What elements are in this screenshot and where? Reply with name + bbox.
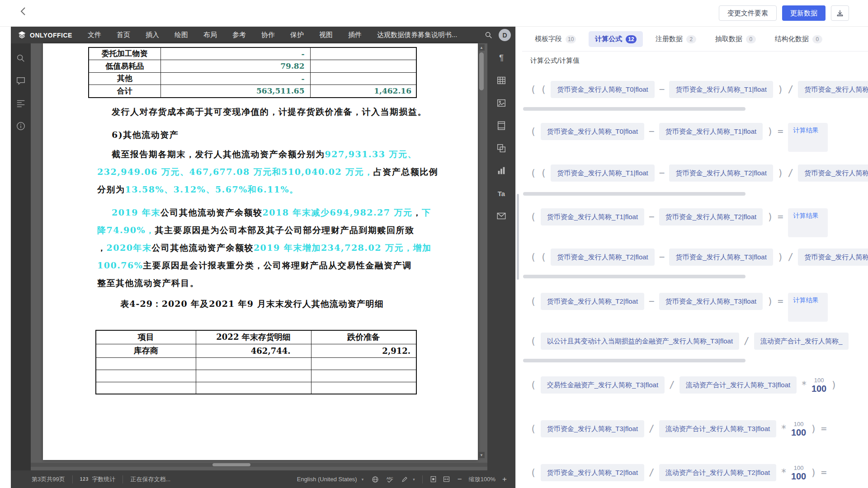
language-selector[interactable]: English (United States) ▾ — [297, 476, 363, 483]
menu-item-布局[interactable]: 布局 — [203, 31, 217, 39]
chart-settings-icon[interactable] — [496, 165, 507, 176]
formula-operator: ( — [541, 81, 547, 98]
fit-width-icon — [443, 476, 450, 483]
spellcheck-button[interactable]: ABC — [386, 476, 394, 483]
formula-row: (货币资金_发行人简称_T2|float−货币资金_发行人简称_T3|float… — [530, 293, 828, 322]
menu-item-协作[interactable]: 协作 — [261, 31, 275, 39]
paragraph-settings-icon[interactable]: ¶ — [496, 52, 507, 63]
word-count-button[interactable]: 123 字数统计 — [80, 475, 116, 483]
formula-field-chip[interactable]: 货币资金_发行人简称_T2|float — [798, 249, 868, 266]
document-text-line: ，2020年末公司其他流动资产余额较2019 年末增加234,728.02 万元… — [97, 239, 432, 256]
header-footer-settings-icon[interactable] — [496, 120, 507, 131]
horizontal-scroll-thumb[interactable] — [212, 463, 250, 466]
back-button[interactable] — [17, 6, 29, 19]
panel-scroll-thumb[interactable] — [517, 194, 519, 280]
menu-item-document-plugin-tab[interactable]: 达观数据债券募集说明书... — [377, 31, 458, 39]
menu-item-视图[interactable]: 视图 — [319, 31, 333, 39]
change-file-elements-button[interactable]: 变更文件要素 — [719, 5, 777, 21]
vertical-scroll-thumb[interactable] — [479, 52, 484, 90]
formula-field-chip[interactable]: 货币资金_发行人简称_T2|float — [551, 249, 654, 266]
formula-field-chip[interactable]: 货币资金_发行人简称_T2|float — [669, 164, 773, 182]
calculation-result-chip[interactable]: 计算结果 — [788, 293, 828, 322]
document-text-line: 2019 年末公司其他流动资产余额较2018 年末减少694,982.27 万元… — [112, 204, 431, 221]
track-changes-button[interactable]: ▾ — [401, 476, 415, 483]
scroll-up-arrow[interactable]: ▲ — [478, 44, 485, 51]
highlighted-text: 2020年末 — [107, 243, 152, 253]
formula-field-chip[interactable]: 货币资金_发行人简称_T1|float — [798, 164, 868, 182]
word-count-icon: 123 — [80, 477, 89, 482]
set-language-button[interactable] — [372, 476, 379, 483]
formula-field-chip[interactable]: 货币资金_发行人简称_T2|float — [541, 464, 644, 481]
horizontal-scrollbar[interactable] — [31, 463, 487, 467]
formula-row: (以公计且其变动计入当期损益的金融资产_发行人简称_T3|float/流动资产合… — [530, 333, 849, 350]
formula-field-chip[interactable]: 货币资金_发行人简称_T1|float — [659, 123, 763, 140]
formula-field-chip[interactable]: 货币资金_发行人简称_T0|float — [551, 81, 654, 98]
user-avatar[interactable]: D — [499, 29, 511, 41]
formula-row-scrollbar[interactable] — [523, 107, 745, 111]
column-header: 项目 — [96, 330, 196, 344]
formula-field-chip[interactable]: 流动资产合计_发行人简称_T2|float — [659, 464, 776, 481]
text-art-settings-icon[interactable]: Ta — [496, 188, 507, 199]
formula-operator: ) — [811, 464, 816, 481]
download-button[interactable] — [831, 5, 849, 21]
table-settings-icon[interactable] — [496, 75, 507, 86]
formula-field-chip[interactable]: 流动资产合计_发行人简称_T3|float — [659, 420, 776, 437]
menu-item-保护[interactable]: 保护 — [290, 31, 304, 39]
update-data-button[interactable]: 更新数据 — [782, 5, 826, 21]
navigation-icon[interactable] — [16, 99, 26, 108]
formula-field-chip[interactable]: 流动资产合计_发行人简称_T3|float — [679, 376, 797, 394]
constant-top: 100 — [794, 465, 804, 471]
formula-field-chip[interactable]: 货币资金_发行人简称_T2|float — [659, 208, 763, 225]
fit-width-button[interactable] — [443, 476, 450, 483]
formula-field-chip[interactable]: 货币资金_发行人简称_T1|float — [551, 164, 654, 182]
fit-page-button[interactable] — [430, 476, 437, 483]
formula-field-chip[interactable]: 货币资金_发行人简称_T3|float — [541, 420, 644, 437]
zoom-in-button[interactable]: + — [500, 475, 509, 484]
formula-row-scrollbar[interactable] — [523, 359, 745, 362]
formula-field-chip[interactable]: 交易性金融资产_发行人简称_T3|float — [541, 376, 665, 394]
calculation-result-chip[interactable]: 计算结果 — [788, 123, 828, 152]
formula-field-chip[interactable]: 货币资金_发行人简称_T0|float — [541, 123, 644, 140]
formula-field-chip[interactable]: 货币资金_发行人简称_T1|float — [541, 208, 644, 225]
zoom-level-label[interactable]: 缩放100% — [469, 475, 495, 483]
menu-item-绘图[interactable]: 绘图 — [175, 31, 188, 39]
formula-field-chip[interactable]: 货币资金_发行人简称_T1|float — [798, 81, 868, 98]
menu-item-插件[interactable]: 插件 — [348, 31, 362, 39]
scroll-down-arrow[interactable]: ▼ — [478, 452, 485, 458]
row-value-1 — [196, 382, 311, 394]
highlighted-text: 降74.90%， — [97, 225, 155, 235]
image-settings-icon[interactable] — [496, 98, 507, 108]
menu-item-参考[interactable]: 参考 — [232, 31, 246, 39]
body-text: 公司其他流动资产余额较 — [160, 207, 263, 217]
formula-field-chip[interactable]: 货币资金_发行人简称_T2|float — [541, 293, 644, 310]
formula-field-chip[interactable]: 货币资金_发行人简称_T3|float — [669, 249, 773, 266]
constant-value-100[interactable]: 100100 — [791, 420, 806, 437]
menu-item-插入[interactable]: 插入 — [146, 31, 159, 39]
menu-item-首页[interactable]: 首页 — [117, 31, 130, 39]
menubar-search-button[interactable] — [485, 31, 492, 39]
vertical-scrollbar[interactable]: ▲ ▼ — [478, 44, 485, 458]
shape-settings-icon[interactable] — [496, 143, 507, 154]
calculation-result-chip[interactable]: 计算结果 — [788, 208, 828, 237]
mail-merge-icon[interactable] — [496, 211, 507, 221]
menu-item-文件[interactable]: 文件 — [88, 31, 101, 39]
formula-operator: = — [778, 208, 783, 225]
constant-value-100[interactable]: 100100 — [791, 464, 806, 481]
row-value-1: 563,511.65 — [160, 84, 310, 98]
formula-operator: − — [649, 293, 655, 310]
document-page[interactable]: 委托加工物资-低值易耗品79.82其他-合计563,511.651,462.16… — [43, 43, 478, 460]
row-value-1: 79.82 — [160, 60, 310, 72]
zoom-out-button[interactable]: − — [455, 475, 464, 484]
formula-row-scrollbar[interactable] — [523, 275, 745, 278]
formula-field-chip[interactable]: 以公计且其变动计入当期损益的金融资产_发行人简称_T3|float — [541, 333, 739, 350]
comments-icon[interactable] — [16, 76, 26, 86]
about-icon[interactable] — [16, 121, 26, 131]
formula-field-chip[interactable]: 货币资金_发行人简称_T3|float — [659, 293, 763, 310]
page-indicator[interactable]: 第3页共99页 — [32, 475, 65, 483]
formula-field-chip[interactable]: 货币资金_发行人简称_T1|float — [669, 81, 773, 98]
search-icon[interactable] — [16, 53, 26, 63]
formula-row-scrollbar[interactable] — [523, 192, 745, 196]
formula-field-chip[interactable]: 流动资产合计_发行人简称_ — [754, 333, 849, 350]
download-icon — [836, 9, 844, 17]
constant-value-100[interactable]: 100100 — [811, 376, 826, 394]
